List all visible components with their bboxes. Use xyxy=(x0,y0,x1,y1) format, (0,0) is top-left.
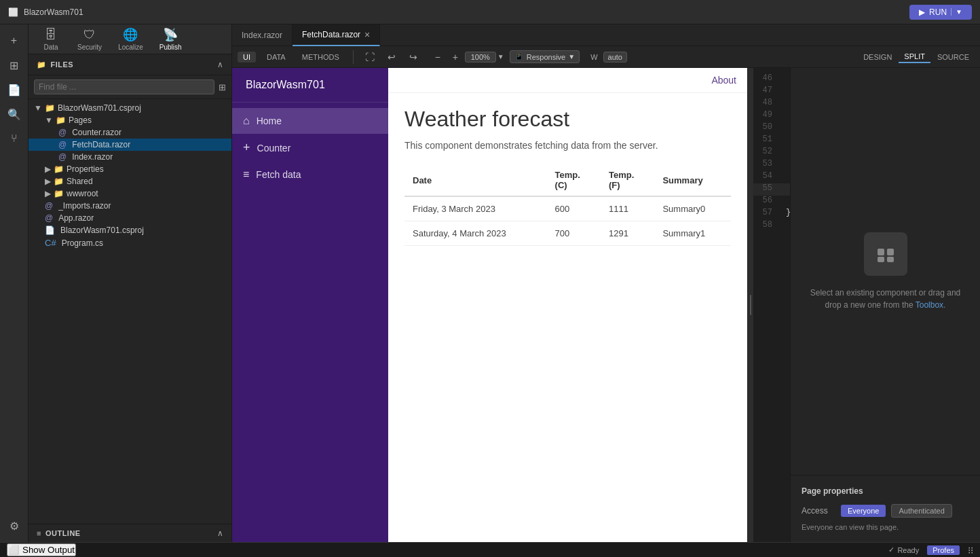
source-button[interactable]: SOURCE xyxy=(932,51,975,63)
file-panel-collapse[interactable]: ∧ xyxy=(217,60,223,69)
fullscreen-icon-btn[interactable]: ⛶ xyxy=(362,49,378,65)
code-line-50: 50 xyxy=(753,122,790,134)
nav-item-fetchdata[interactable]: ≡ Fetch data xyxy=(232,162,388,187)
run-icon: ▶ xyxy=(919,7,925,17)
table-cell-date: Saturday, 4 March 2023 xyxy=(404,221,547,246)
code-line-49: 49 public DateOnly Date { get; set; } xyxy=(753,110,790,122)
preview-nav: ⌂ Home + Counter ≡ Fetch data xyxy=(232,103,388,193)
redo-icon-btn[interactable]: ↪ xyxy=(405,49,421,65)
zoom-out-btn[interactable]: − xyxy=(430,49,446,65)
tree-item-counter[interactable]: @ Counter.razor xyxy=(29,126,231,139)
view-data-button[interactable]: DATA xyxy=(261,52,291,62)
nav-item-counter[interactable]: + Counter xyxy=(232,134,388,162)
table-row: Friday, 3 March 2023 600 1111 Summary0 xyxy=(404,196,731,221)
tree-item-label: _Imports.razor xyxy=(58,201,111,211)
preview-about-link[interactable]: About xyxy=(711,75,736,86)
toolbar-publish-button[interactable]: 📡 Publish xyxy=(153,24,189,54)
responsive-icon: 📱 xyxy=(514,52,524,61)
title-bar-project-name: BlazorWasm701 xyxy=(24,7,83,17)
status-bar: ⬜ Show Output ✓ Ready Profes ⁝⁝ xyxy=(0,542,980,557)
sidebar-icon-branch[interactable]: ⑂ xyxy=(3,128,25,149)
split-divider[interactable] xyxy=(748,68,753,542)
file-search-input[interactable] xyxy=(34,79,214,94)
code-editor[interactable]: 46 47 public class WeatherForecast 48 { xyxy=(753,68,790,542)
tree-item-label: Counter.razor xyxy=(72,128,121,137)
access-authenticated-button[interactable]: Authenticated xyxy=(891,504,951,518)
tree-item-csproj[interactable]: 📄 BlazorWasm701.csproj xyxy=(29,224,231,236)
tree-item-properties[interactable]: ▶ 📁 Properties xyxy=(29,163,231,175)
sidebar-icon-add[interactable]: + xyxy=(3,30,25,52)
security-icon: 🛡 xyxy=(83,28,96,42)
file-panel: 🗄 Data 🛡 Security 🌐 Localize 📡 Publish 📁… xyxy=(29,24,232,542)
nav-item-home[interactable]: ⌂ Home xyxy=(232,108,388,134)
expand-icon: ▶ xyxy=(45,177,51,186)
code-pane: 46 47 public class WeatherForecast 48 { xyxy=(753,68,790,542)
folder-icon: 📁 xyxy=(54,189,64,198)
tree-item-pages[interactable]: ▼ 📁 Pages xyxy=(29,114,231,126)
status-ready: ✓ Ready xyxy=(888,545,919,554)
table-cell-tempc: 600 xyxy=(547,196,601,221)
toolbar-security-button[interactable]: 🛡 Security xyxy=(71,25,109,54)
sidebar-icon-files[interactable]: 📄 xyxy=(3,79,25,101)
responsive-select[interactable]: 📱 Responsive ▼ xyxy=(510,50,580,63)
view-ui-button[interactable]: UI xyxy=(238,52,256,62)
terminal-icon: ⬜ xyxy=(8,545,20,555)
tree-item-wwwroot[interactable]: ▶ 📁 wwwroot xyxy=(29,187,231,200)
file-panel-header: 📁 FILES ∧ xyxy=(29,54,231,75)
tree-item-imports[interactable]: @ _Imports.razor xyxy=(29,200,231,212)
code-line-53: 53 public string? Summary { get; set; } xyxy=(753,159,790,171)
tree-item-label: Pages xyxy=(69,115,92,125)
expand-icon: ▶ xyxy=(45,164,51,174)
code-line-46: 46 xyxy=(753,73,790,86)
table-cell-summary: Summary1 xyxy=(654,221,731,246)
razor-file-icon: @ xyxy=(58,152,67,162)
toolbox-link[interactable]: Toolbox xyxy=(916,300,943,310)
zoom-in-btn[interactable]: + xyxy=(447,49,464,65)
razor-file-icon: @ xyxy=(45,201,53,211)
access-everyone-button[interactable]: Everyone xyxy=(841,505,886,517)
editor-area: Index.razor FetchData.razor × UI DATA ME… xyxy=(232,24,980,542)
razor-file-icon: @ xyxy=(58,140,67,149)
sidebar-icons: + ⊞ 📄 🔍 ⑂ ⚙ xyxy=(0,24,29,542)
preview-content: BlazorWasm701 ⌂ Home + Counter xyxy=(232,68,747,542)
toolbar-localize-button[interactable]: 🌐 Localize xyxy=(111,24,150,54)
tree-item-shared[interactable]: ▶ 📁 Shared xyxy=(29,175,231,187)
design-button[interactable]: DESIGN xyxy=(858,51,897,63)
tree-item-index[interactable]: @ Index.razor xyxy=(29,151,231,163)
view-methods-button[interactable]: METHODS xyxy=(297,52,345,62)
tree-item-fetchdata[interactable]: @ FetchData.razor xyxy=(29,139,231,151)
undo-icon-btn[interactable]: ↩ xyxy=(383,49,400,65)
run-button[interactable]: ▶ RUN ▼ xyxy=(909,5,972,20)
status-profile: Profes xyxy=(927,545,960,555)
right-panel-empty-state: Select an existing component or drag and… xyxy=(791,68,980,475)
split-button[interactable]: SPLIT xyxy=(899,51,930,63)
file-search-icon-btn[interactable]: ⊞ xyxy=(219,82,226,92)
zoom-chevron: ▼ xyxy=(497,53,504,60)
outline-collapse[interactable]: ∧ xyxy=(217,528,223,538)
tab-close-icon[interactable]: × xyxy=(364,30,370,39)
sidebar-icon-grid[interactable]: ⊞ xyxy=(3,54,25,76)
outline-panel: ≡ OUTLINE ∧ xyxy=(29,524,231,542)
tree-item-label: Properties xyxy=(67,164,104,174)
preview-page-subtitle: This component demonstrates fetching dat… xyxy=(404,140,731,151)
show-output-button[interactable]: ⬜ Show Output xyxy=(7,543,76,556)
split-view: BlazorWasm701 ⌂ Home + Counter xyxy=(232,68,980,542)
expand-icon: ▶ xyxy=(45,189,51,198)
tree-item-project[interactable]: ▼ 📁 BlazorWasm701.csproj + xyxy=(29,102,231,114)
toolbar-data-button[interactable]: 🗄 Data xyxy=(34,25,68,54)
tree-item-program[interactable]: C# Program.cs xyxy=(29,236,231,249)
tab-index[interactable]: Index.razor xyxy=(232,24,293,46)
tab-fetchdata[interactable]: FetchData.razor × xyxy=(293,24,380,46)
sidebar-icon-search[interactable]: 🔍 xyxy=(3,103,25,125)
razor-file-icon: @ xyxy=(58,128,67,137)
preview-pane: BlazorWasm701 ⌂ Home + Counter xyxy=(232,68,748,542)
code-line-54: 54 xyxy=(753,171,790,183)
tree-item-label: wwwroot xyxy=(67,189,98,198)
code-line-51: 51 public int TemperatureC { get; set; } xyxy=(753,134,790,147)
sidebar-icon-settings[interactable]: ⚙ xyxy=(3,515,25,537)
tree-item-app[interactable]: @ App.razor xyxy=(29,212,231,224)
responsive-chevron-icon: ▼ xyxy=(568,53,575,60)
preview-header: About xyxy=(388,68,747,93)
table-cell-tempc: 700 xyxy=(547,221,601,246)
svg-rect-1 xyxy=(887,249,894,255)
